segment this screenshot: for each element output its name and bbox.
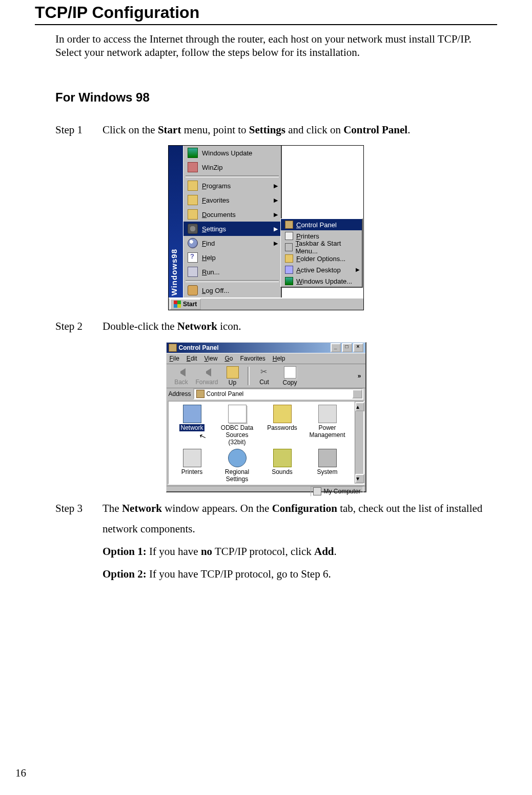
- control-panel-icon: [169, 344, 177, 352]
- item-power[interactable]: Power Management: [307, 405, 348, 446]
- tool-copy[interactable]: Copy: [277, 366, 303, 386]
- folder-icon: [188, 181, 198, 191]
- toolbar-more[interactable]: »: [356, 372, 363, 380]
- menu-favorites[interactable]: Favorites: [240, 355, 265, 362]
- toolbar: Back Forward Up Cut Copy »: [167, 364, 365, 388]
- section-heading: For Windows 98: [55, 90, 497, 105]
- menu-help[interactable]: Help: [273, 355, 285, 362]
- maximize-button[interactable]: □: [342, 343, 352, 352]
- settings-submenu: Control Panel Printers Taskbar & Start M…: [280, 218, 363, 288]
- folder-icon: [188, 209, 198, 220]
- menu-settings[interactable]: Settings▶: [183, 222, 281, 236]
- menu-winzip[interactable]: WinZip: [183, 160, 281, 174]
- address-dropdown[interactable]: [352, 389, 362, 399]
- menu-go[interactable]: Go: [224, 355, 233, 362]
- submenu-taskbar[interactable]: Taskbar & Start Menu...: [281, 242, 362, 253]
- scrollbar[interactable]: ▴ ▾: [355, 402, 363, 484]
- menu-logoff[interactable]: Log Off...: [183, 283, 281, 297]
- scroll-up[interactable]: ▴: [355, 402, 364, 411]
- menu-documents[interactable]: Documents▶: [183, 207, 281, 222]
- winzip-icon: [188, 162, 198, 172]
- taskbar-icon: [285, 243, 293, 251]
- submenu-windows-update[interactable]: Windows Update...: [281, 275, 362, 287]
- computer-icon: [313, 487, 321, 495]
- update-icon: [285, 277, 293, 285]
- item-regional[interactable]: Regional Settings: [217, 449, 258, 483]
- step2-label: Step 2: [55, 316, 103, 339]
- up-icon: [227, 366, 239, 379]
- control-panel-icon: [285, 221, 293, 229]
- windows98-label: Windows98: [170, 249, 178, 295]
- submenu-control-panel[interactable]: Control Panel: [281, 219, 362, 230]
- tool-forward: Forward: [194, 367, 220, 386]
- run-icon: [188, 267, 198, 277]
- control-panel-icon: [196, 390, 204, 398]
- step3-option2: Option 2: If you have TCP/IP protocol, g…: [103, 564, 497, 585]
- step3-text: The Network window appears. On the Confi…: [103, 499, 497, 540]
- figure-start-menu: Windows98 Windows Update WinZip Programs…: [168, 145, 364, 310]
- window-titlebar[interactable]: Control Panel _ □ ×: [167, 343, 365, 353]
- forward-icon: [201, 367, 213, 378]
- minimize-button[interactable]: _: [331, 343, 341, 352]
- help-icon: [188, 252, 198, 263]
- regional-icon: [228, 449, 247, 467]
- menu-file[interactable]: File: [170, 355, 179, 362]
- menu-view[interactable]: View: [204, 355, 218, 362]
- page-title: TCP/IP Configuration: [35, 0, 497, 22]
- menu-run[interactable]: Run...: [183, 265, 281, 279]
- step1-label: Step 1: [55, 120, 103, 143]
- item-odbc[interactable]: ODBC Data Sources (32bit): [217, 405, 258, 446]
- find-icon: [188, 238, 198, 248]
- step1-text: Click on the Start menu, point to Settin…: [103, 120, 497, 141]
- power-icon: [318, 405, 337, 423]
- menu-edit[interactable]: Edit: [187, 355, 197, 362]
- taskbar: Start: [169, 297, 363, 310]
- submenu-folder-options[interactable]: Folder Options...: [281, 253, 362, 264]
- folder-icon: [285, 254, 293, 263]
- system-icon: [318, 449, 337, 467]
- close-button[interactable]: ×: [353, 343, 363, 352]
- sounds-icon: [273, 449, 292, 467]
- gear-icon: [188, 224, 198, 234]
- scroll-down[interactable]: ▾: [355, 474, 364, 483]
- step3-label: Step 3: [55, 499, 103, 587]
- status-mycomputer: My Computer: [311, 486, 363, 496]
- intro-text: In order to access the Internet through …: [55, 32, 497, 59]
- step2-text: Double-click the Network icon.: [103, 316, 497, 337]
- tool-cut[interactable]: Cut: [252, 367, 277, 386]
- menu-help[interactable]: Help: [183, 250, 281, 265]
- tool-back: Back: [169, 367, 194, 386]
- figure-control-panel: Control Panel _ □ × File Edit View Go Fa…: [166, 342, 366, 492]
- desktop-icon: [285, 266, 293, 274]
- odbc-icon: [228, 405, 247, 423]
- menubar: File Edit View Go Favorites Help: [167, 353, 365, 364]
- title-rule: [35, 24, 497, 25]
- submenu-active-desktop[interactable]: Active Desktop▶: [281, 264, 362, 275]
- item-system[interactable]: System: [307, 449, 348, 483]
- start-button[interactable]: Start: [170, 299, 201, 310]
- network-icon: [183, 405, 201, 423]
- window-title: Control Panel: [179, 344, 219, 351]
- logoff-icon: [188, 285, 198, 295]
- item-sounds[interactable]: Sounds: [262, 449, 303, 483]
- copy-icon: [284, 366, 296, 379]
- address-label: Address: [169, 390, 191, 398]
- menu-windows-update[interactable]: Windows Update: [183, 146, 281, 160]
- printer-icon: [183, 449, 201, 467]
- folder-icon: [188, 195, 198, 205]
- windows-logo-icon: [174, 301, 181, 308]
- address-field[interactable]: Control Panel: [193, 388, 363, 400]
- item-printers[interactable]: Printers: [172, 449, 213, 483]
- item-passwords[interactable]: Passwords: [262, 405, 303, 446]
- step3-option1: Option 1: If you have no TCP/IP protocol…: [103, 542, 497, 562]
- cut-icon: [259, 367, 270, 378]
- tool-up[interactable]: Up: [220, 366, 245, 386]
- update-icon: [188, 148, 198, 158]
- back-icon: [176, 367, 187, 378]
- menu-programs[interactable]: Programs▶: [183, 178, 281, 193]
- menu-favorites[interactable]: Favorites▶: [183, 193, 281, 207]
- menu-find[interactable]: Find▶: [183, 236, 281, 250]
- printer-icon: [285, 232, 293, 240]
- page-number: 16: [15, 767, 26, 780]
- passwords-icon: [273, 405, 292, 423]
